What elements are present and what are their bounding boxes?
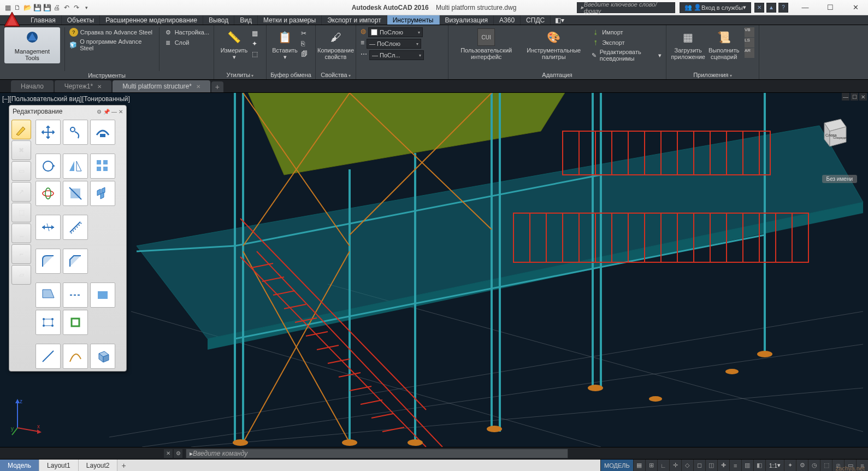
ribbon-tab-7[interactable]: Инструменты [387, 15, 440, 25]
array-button[interactable] [90, 154, 115, 179]
vp-close-icon[interactable]: ✕ [859, 93, 867, 101]
qat-dropdown-icon[interactable]: ▾ [82, 3, 91, 12]
line-tool-button[interactable] [36, 344, 61, 369]
vp-maximize-icon[interactable]: ☐ [851, 93, 858, 101]
status-custom-icon[interactable]: ≡ [856, 460, 868, 471]
status-lwt-icon[interactable]: ≡ [729, 460, 741, 471]
load-app-button[interactable]: ▦ Загрузить приложение [671, 27, 705, 61]
cmd-close-icon[interactable]: ✕ [164, 449, 173, 458]
stretch-button[interactable] [36, 215, 61, 240]
chamfer-button[interactable] [63, 249, 88, 274]
status-units-icon[interactable]: ⬚ [820, 460, 832, 471]
pin-icon[interactable]: 📌 [103, 109, 110, 115]
panel-applications-title[interactable]: Приложения [666, 70, 759, 79]
lisp-icon[interactable]: LS [745, 38, 754, 48]
tooltab-modify-icon[interactable] [11, 120, 31, 139]
status-osnap-icon[interactable]: ◻ [693, 460, 705, 471]
tooltab-line-icon[interactable]: ⎯ [11, 223, 31, 243]
open-icon[interactable]: 📂 [23, 3, 32, 12]
ribbon-tab-8[interactable]: Визуализация [440, 15, 494, 25]
linetype-dropdown[interactable]: — ПоСл... [369, 50, 424, 60]
status-grid-icon[interactable]: ▦ [633, 460, 645, 471]
viewcube[interactable]: Слева Спереди [813, 115, 852, 153]
color-dropdown[interactable]: ПоСлою [368, 27, 423, 37]
close-icon[interactable]: ✕ [119, 109, 123, 115]
curve-tool-button[interactable] [63, 344, 88, 369]
tooltab-edit-icon[interactable]: ✖ [11, 140, 31, 160]
view-unnamed-badge[interactable]: Без имени [822, 175, 857, 183]
dashed-line-button[interactable] [63, 282, 88, 308]
cut-nibble-button[interactable] [36, 282, 61, 308]
panel-properties-title[interactable]: Свойства [316, 70, 356, 79]
vp-minimize-icon[interactable]: — [842, 93, 849, 101]
signin-button[interactable]: 👥 👤 Вход в службы ▾ [680, 2, 751, 13]
tooltab-plate-icon[interactable]: ▱ [11, 265, 31, 285]
ribbon-tab-5[interactable]: Метки и размеры [258, 15, 322, 25]
ribbon-tab-10[interactable]: СПДС [521, 15, 551, 25]
layer-button[interactable]: ≣Слой [164, 38, 209, 48]
linetype-list-icon[interactable]: ⋯ [361, 50, 367, 60]
filetab-multiplatform[interactable]: Multi platform structure*✕ [113, 80, 210, 92]
lineweight-dropdown[interactable]: — ПоСлою [367, 39, 421, 49]
management-tools-button[interactable]: Management Tools [4, 27, 60, 63]
maximize-button[interactable]: ☐ [818, 0, 843, 15]
tooltab-select-icon[interactable]: ⬚ [11, 203, 31, 222]
run-script-button[interactable]: 📜 Выполнить сценарий [707, 27, 740, 61]
grips-icon[interactable]: ✦ [252, 40, 262, 50]
toolpalettes-button[interactable]: 🎨 Инструментальные палитры [522, 27, 586, 61]
status-ws-icon[interactable]: ⚙ [796, 460, 808, 471]
vba-icon[interactable]: VB [745, 27, 754, 37]
lineweight-list-icon[interactable]: ≡ [361, 39, 364, 49]
status-3dosnap-icon[interactable]: ◫ [705, 460, 717, 471]
close-icon[interactable]: ✕ [196, 84, 200, 90]
edit-aliases-button[interactable]: ✎Редактировать псевдонимы ▾ [591, 48, 662, 62]
minimize-button[interactable]: — [793, 0, 818, 15]
status-hw-icon[interactable]: ⎚ [832, 460, 844, 471]
ribbon-overflow-icon[interactable]: ◧▾ [551, 15, 569, 25]
measure-button[interactable]: 📏 Измерить▾ [219, 27, 250, 61]
layout-tab-2[interactable]: Layout2 [79, 460, 118, 471]
matchprop-button[interactable]: 🖌 Копирование свойств [320, 27, 351, 61]
cut-icon[interactable]: ✂ [301, 30, 311, 39]
settings-button[interactable]: ⚙Настройка... [164, 27, 209, 37]
tooltab-box-icon[interactable]: ▭ [11, 161, 31, 181]
status-model-button[interactable]: МОДЕЛЬ [600, 460, 633, 471]
cmd-config-icon[interactable]: ⚙ [174, 449, 182, 458]
ribbon-tab-9[interactable]: A360 [494, 15, 521, 25]
status-qp-icon[interactable]: ◧ [753, 460, 765, 471]
help-icon[interactable]: ? [778, 3, 788, 13]
align-button[interactable] [63, 181, 88, 206]
rotate3d-button[interactable] [36, 181, 61, 206]
filetab-start[interactable]: Начало [11, 80, 54, 92]
gear-icon[interactable]: ⚙ [97, 109, 102, 115]
close-button[interactable]: ✕ [843, 0, 868, 15]
ribbon-tab-2[interactable]: Расширенное моделирование [100, 15, 203, 25]
selectall-icon[interactable]: ⬚ [252, 50, 262, 60]
fillet-button[interactable] [36, 249, 61, 274]
filetab-add-button[interactable]: + [211, 81, 223, 92]
cui-button[interactable]: CUI Пользовательский интерфейс [453, 27, 519, 61]
panel-utilities-title[interactable]: Утилиты [214, 70, 266, 79]
status-annomon-icon[interactable]: ✦ [784, 460, 796, 471]
move-button[interactable] [36, 120, 61, 145]
application-menu-icon[interactable] [2, 10, 22, 30]
minimize-icon[interactable]: — [111, 109, 117, 115]
rect-button[interactable] [90, 282, 115, 308]
green-rect-button[interactable] [63, 310, 88, 335]
tooltab-axis-icon[interactable]: ↗ [11, 182, 31, 202]
ribbon-tab-4[interactable]: Вид [234, 15, 258, 25]
ribbon-tab-0[interactable]: Главная [25, 15, 62, 25]
paste-button[interactable]: 📋 Вставить▾ [271, 27, 299, 61]
saveas-icon[interactable]: 💾 [43, 3, 51, 12]
featured-apps-icon[interactable]: ▲ [766, 3, 776, 13]
copyclip-icon[interactable]: 🗐 [301, 50, 311, 60]
handles-button[interactable] [36, 310, 61, 335]
ribbon-tab-1[interactable]: Объекты [62, 15, 101, 25]
status-iso-icon[interactable]: ◇ [681, 460, 693, 471]
filetab-drawing1[interactable]: Чертеж1*✕ [55, 80, 111, 92]
trim-button[interactable] [90, 120, 115, 145]
layout-tab-model[interactable]: Модель [0, 460, 39, 471]
ribbon-tab-6[interactable]: Экспорт и импорт [322, 15, 387, 25]
status-ortho-icon[interactable]: ∟ [657, 460, 669, 471]
command-input[interactable]: Введите команду [186, 449, 568, 458]
